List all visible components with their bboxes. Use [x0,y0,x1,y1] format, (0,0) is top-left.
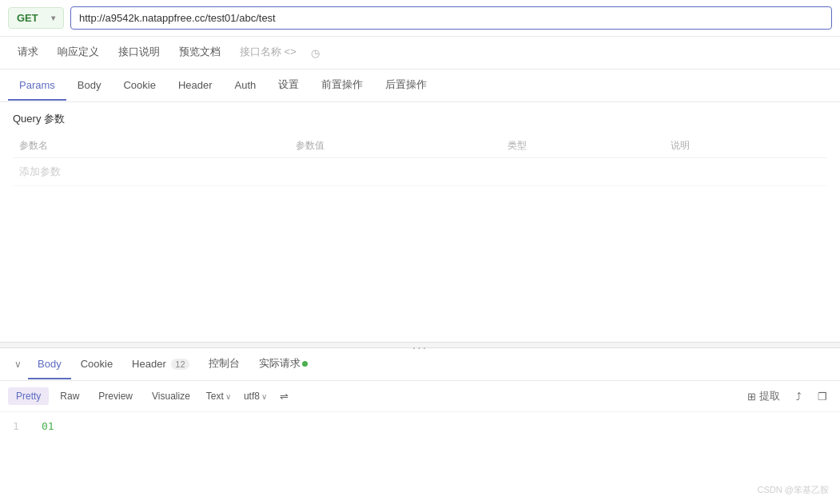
fmt-visualize-btn[interactable]: Visualize [144,387,198,405]
add-param-placeholder[interactable]: 添加参数 [13,158,289,186]
main-layout: GET ▾ 请求 响应定义 接口说明 预览文档 接口名称 <> ◷ Params… [0,0,840,504]
resp-tab-console[interactable]: 控制台 [199,348,249,380]
divider-dots: ... [412,339,428,351]
url-bar: GET ▾ [0,0,840,37]
bottom-panel: ∨ Body Cookie Header 12 控制台 实际请求 Pretty … [0,348,840,504]
tab-header[interactable]: Header [167,71,224,101]
save-icon: ⤴ [796,391,802,403]
line-number-1: 1 [13,420,29,432]
text-type-dropdown[interactable]: Text ∨ [201,387,236,405]
extract-btn[interactable]: ⊞ 提取 [742,386,785,407]
fmt-raw-btn[interactable]: Raw [52,387,87,405]
encoding-chevron: ∨ [261,392,267,401]
fmt-preview-btn[interactable]: Preview [90,387,141,405]
fmt-pretty-btn[interactable]: Pretty [8,387,49,405]
code-line-1: 1 01 [13,420,827,432]
tab-interface-name[interactable]: 接口名称 <> [230,37,306,69]
code-value-1: 01 [42,420,54,432]
response-tabs-row: ∨ Body Cookie Header 12 控制台 实际请求 [0,348,840,381]
green-dot [302,361,308,367]
text-type-label: Text [206,391,224,402]
params-tabs-row: Params Body Cookie Header Auth 设置 前置操作 后… [0,69,840,102]
col-param-desc: 说明 [664,134,827,158]
col-param-value: 参数值 [289,134,501,158]
params-table: 参数名 参数值 类型 说明 添加参数 [13,134,827,186]
extract-label: 提取 [759,389,780,403]
copy-icon: ❐ [818,391,827,403]
request-tabs-row: 请求 响应定义 接口说明 预览文档 接口名称 <> ◷ [0,37,840,69]
panel-divider[interactable]: ... [0,342,840,348]
col-param-type: 类型 [501,134,664,158]
col-param-name: 参数名 [13,134,289,158]
header-badge: 12 [171,359,189,370]
wrap-btn[interactable]: ⇌ [275,387,293,406]
watermark: CSDN @笨基乙胺 [758,484,829,496]
refresh-icon[interactable]: ◷ [306,39,324,67]
save-btn[interactable]: ⤴ [791,387,806,406]
tab-auth[interactable]: Auth [224,71,268,101]
text-type-chevron: ∨ [225,392,231,401]
tab-params[interactable]: Params [8,71,66,101]
tab-response-def[interactable]: 响应定义 [48,37,109,69]
method-label: GET [17,12,38,24]
encoding-label: utf8 [244,391,260,402]
code-area: 1 01 [0,412,840,440]
query-section: Query 参数 参数名 参数值 类型 说明 添加参数 [0,102,840,186]
collapse-btn[interactable]: ∨ [8,351,28,378]
tab-cookie[interactable]: Cookie [112,71,166,101]
resp-tab-body[interactable]: Body [28,350,71,379]
tab-request[interactable]: 请求 [8,37,48,69]
resp-tab-header[interactable]: Header 12 [122,350,199,379]
fmt-toolbar-right: ⊞ 提取 ⤴ ❐ [742,386,832,407]
format-toolbar: Pretty Raw Preview Visualize Text ∨ utf8… [0,381,840,412]
tab-pre-ops[interactable]: 前置操作 [310,69,374,101]
method-select[interactable]: GET ▾ [8,7,64,29]
tab-body[interactable]: Body [66,71,113,101]
extract-box-icon: ⊞ [747,391,756,403]
wrap-icon: ⇌ [280,391,289,403]
copy-btn[interactable]: ❐ [813,387,832,406]
add-param-row[interactable]: 添加参数 [13,158,827,186]
url-input[interactable] [70,6,832,30]
query-label: Query 参数 [13,112,827,126]
resp-tab-cookie[interactable]: Cookie [71,350,122,379]
tab-settings[interactable]: 设置 [267,69,310,101]
method-chevron: ▾ [51,14,55,22]
tab-interface-desc[interactable]: 接口说明 [109,37,169,69]
tab-preview-doc[interactable]: 预览文档 [169,37,230,69]
top-spacer [0,186,840,342]
encoding-dropdown[interactable]: utf8 ∨ [239,387,272,405]
tab-post-ops[interactable]: 后置操作 [374,69,438,101]
resp-tab-actual-request[interactable]: 实际请求 [249,348,317,380]
